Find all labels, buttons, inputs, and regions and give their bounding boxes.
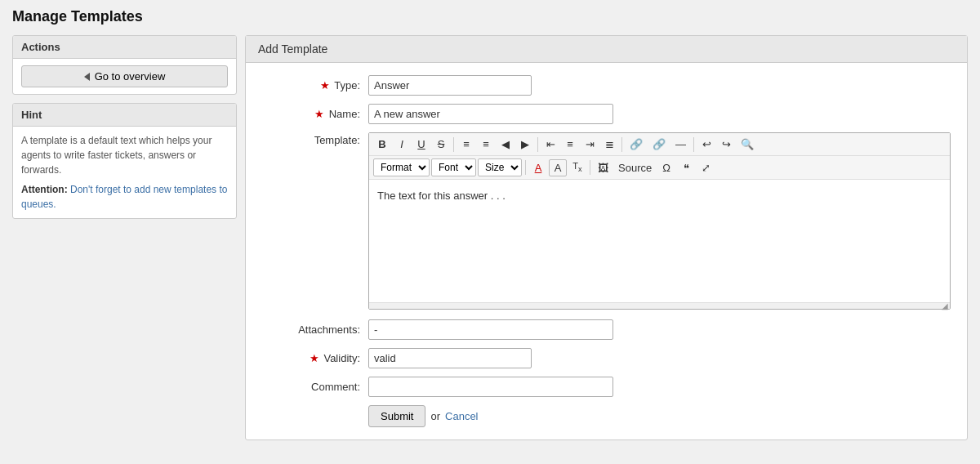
underline-button[interactable]: U [412,136,430,153]
attention-label: Attention: [21,184,68,195]
attachments-input[interactable] [368,319,613,340]
sidebar: Actions Go to overview Hint A template i… [12,35,237,219]
actions-header: Actions [13,36,236,59]
italic-button[interactable]: I [393,136,411,153]
submit-button[interactable]: Submit [368,405,425,427]
image-button[interactable]: 🖼 [594,159,612,176]
attachments-row: Attachments: [262,319,951,340]
horizontal-rule-button[interactable]: — [671,136,690,153]
name-input[interactable] [368,104,613,124]
editor-wrapper: B I U S ≡ ≡ ◀ ▶ ⇤ ≡ ⇥ [368,132,951,310]
fullscreen-button[interactable]: ⤢ [697,159,715,176]
name-label: ★ Name: [262,108,368,120]
link-button[interactable]: 🔗 [626,136,647,153]
indent-more-button[interactable]: ▶ [516,136,534,153]
special-char-button[interactable]: Ω [657,159,675,176]
align-justify-button[interactable]: ≣ [600,136,618,153]
name-required-star: ★ [314,108,324,120]
main-content: Add Template ★ Type: ★ Name: [245,35,968,440]
arrow-left-icon [84,73,90,81]
name-row: ★ Name: [262,104,951,124]
actions-section: Actions Go to overview [12,35,237,95]
font-select[interactable]: Font [431,158,476,176]
source-button[interactable]: Source [614,159,656,176]
type-label: ★ Type: [262,79,368,91]
editor-content[interactable]: The text for this answer . . . [369,180,950,302]
align-left-button[interactable]: ⇤ [541,136,559,153]
editor-resize-handle: ◢ [369,302,950,309]
font-color-button[interactable]: A [529,159,547,176]
hint-text: A template is a default text which helps… [21,133,228,177]
toolbar-row2: Format Font Size A A Tx [369,156,950,180]
toolbar-sep4 [693,137,694,152]
find-button[interactable]: 🔍 [737,136,758,153]
hint-attention: Attention: Don't forget to add new templ… [21,182,228,212]
bg-color-button[interactable]: A [549,159,567,176]
go-to-overview-button[interactable]: Go to overview [21,65,228,87]
size-select[interactable]: Size [478,158,522,176]
comment-input[interactable] [368,377,613,397]
cancel-link[interactable]: Cancel [445,410,478,422]
validity-required-star: ★ [310,352,319,364]
actions-body: Go to overview [13,59,236,94]
unordered-list-button[interactable]: ≡ [477,136,495,153]
indent-less-button[interactable]: ◀ [497,136,514,153]
page-title: Manage Templates [12,8,968,25]
hint-header: Hint [13,104,236,127]
resize-icon: ◢ [942,301,948,310]
validity-row: ★ Validity: [262,348,951,368]
type-required-star: ★ [320,79,330,91]
comment-label: Comment: [262,381,368,393]
align-center-button[interactable]: ≡ [561,136,579,153]
validity-label: ★ Validity: [262,352,368,364]
toolbar-sep2 [537,137,538,152]
format-select[interactable]: Format [373,158,430,176]
toolbar-sep5 [525,160,526,175]
toolbar-row1: B I U S ≡ ≡ ◀ ▶ ⇤ ≡ ⇥ [369,133,950,156]
strikethrough-button[interactable]: S [432,136,450,153]
toolbar-sep1 [453,137,454,152]
or-text: or [430,410,440,422]
toolbar-sep3 [621,137,622,152]
clear-format-button[interactable]: Tx [568,158,586,176]
validity-input[interactable] [368,348,532,368]
bold-button[interactable]: B [373,136,391,153]
template-row: Template: B I U S ≡ ≡ ◀ ▶ [262,132,951,310]
redo-button[interactable]: ↪ [717,136,735,153]
align-right-button[interactable]: ⇥ [581,136,599,153]
unlink-button[interactable]: 🔗 [648,136,670,153]
comment-row: Comment: [262,377,951,397]
hint-section: Hint A template is a default text which … [12,103,237,219]
undo-button[interactable]: ↩ [697,136,715,153]
main-header: Add Template [246,36,967,63]
ordered-list-button[interactable]: ≡ [457,136,475,153]
quote-button[interactable]: ❝ [677,159,695,176]
hint-body: A template is a default text which helps… [13,127,236,218]
template-label: Template: [262,132,368,146]
type-row: ★ Type: [262,75,951,96]
submit-row: Submit or Cancel [262,405,951,427]
type-input[interactable] [368,75,532,96]
main-body: ★ Type: ★ Name: Template: [246,63,967,439]
toolbar-sep6 [590,160,590,175]
attachments-label: Attachments: [262,323,368,336]
